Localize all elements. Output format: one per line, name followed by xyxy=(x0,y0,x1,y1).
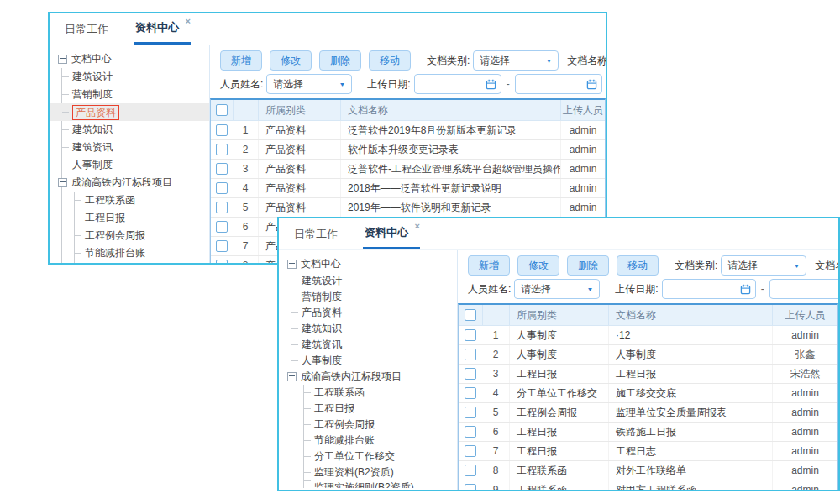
row-checkbox[interactable] xyxy=(465,426,476,438)
upload-date-end-input[interactable] xyxy=(515,74,602,94)
modify-button[interactable]: 修改 xyxy=(270,50,312,71)
close-icon[interactable]: × xyxy=(186,17,191,25)
tree-root-document-center[interactable]: 文档中心 xyxy=(287,255,454,273)
row-checkbox[interactable] xyxy=(465,387,476,399)
move-button[interactable]: 移动 xyxy=(369,50,411,71)
tree-item[interactable]: 工程日报 xyxy=(304,401,454,417)
tree-item[interactable]: 节能减排台账 xyxy=(304,433,454,449)
tree-item[interactable]: 节能减排台账 xyxy=(75,244,206,262)
upload-date-end-input[interactable] xyxy=(769,279,838,299)
uploader-column-header: 上传人员 xyxy=(560,100,605,120)
table-row[interactable]: 1 人事制度 ·12 admin xyxy=(459,326,837,345)
tab-daily-work[interactable]: 日常工作 xyxy=(292,218,339,249)
table-row[interactable]: 5 工程例会周报 监理单位安全质量周报表 admin xyxy=(459,403,837,423)
table-row[interactable]: 3 工程日报 工程日报 宋浩然 xyxy=(459,365,837,384)
date-range-separator: - xyxy=(761,283,764,295)
tree-item[interactable]: 建筑知识 xyxy=(291,321,454,337)
table-row[interactable]: 4 产品资料 2018年——泛普软件更新记录说明 admin xyxy=(211,179,605,198)
category-column-header: 所属别类 xyxy=(258,100,340,120)
row-checkbox[interactable] xyxy=(465,445,476,457)
table-row[interactable]: 2 产品资料 软件版本升级变更记录表 admin xyxy=(211,140,605,160)
row-checkbox[interactable] xyxy=(216,124,228,136)
row-checkbox[interactable] xyxy=(216,144,228,155)
table-header-row: 所属别类 文档名称 上传人员 xyxy=(459,305,837,326)
tab-label: 资料中心 xyxy=(365,225,408,240)
modify-button[interactable]: 修改 xyxy=(517,255,559,276)
tree-subroot-project[interactable]: 成渝高铁内江标段项目 xyxy=(58,174,206,192)
tree-item[interactable]: 建筑知识 xyxy=(62,121,206,139)
tree-item[interactable]: 产品资料 xyxy=(291,305,454,321)
tree-item[interactable]: 产品资料 xyxy=(50,103,209,121)
category-column-header: 所属别类 xyxy=(509,305,608,325)
table-row[interactable]: 6 工程日报 铁路施工日报 admin xyxy=(459,423,837,442)
row-checkbox[interactable] xyxy=(216,260,228,263)
tree-item[interactable]: 工程日报 xyxy=(75,209,206,227)
calendar-icon xyxy=(586,79,597,90)
tree-item[interactable]: 分工单位工作移交 xyxy=(75,262,206,263)
row-checkbox[interactable] xyxy=(465,329,476,341)
row-checkbox[interactable] xyxy=(465,484,476,490)
tree-item[interactable]: 人事制度 xyxy=(62,156,206,174)
doc-type-select[interactable]: 请选择 ▼ xyxy=(721,255,806,276)
tab-daily-work[interactable]: 日常工作 xyxy=(63,13,110,45)
table-row[interactable]: 4 分工单位工作移交 施工移交交底 admin xyxy=(459,384,837,403)
row-checkbox[interactable] xyxy=(216,240,228,252)
row-checkbox[interactable] xyxy=(216,182,228,194)
close-icon[interactable]: × xyxy=(415,222,420,230)
tree-item[interactable]: 建筑设计 xyxy=(291,273,454,289)
collapse-icon[interactable] xyxy=(58,55,67,64)
row-checkbox[interactable] xyxy=(216,163,228,175)
tree-item[interactable]: 分工单位工作移交 xyxy=(304,449,454,465)
table-row[interactable]: 9 工程联系函 对甲方工程联系函 admin xyxy=(459,480,837,490)
tab-data-center[interactable]: 资料中心 × xyxy=(363,218,420,249)
tree-item[interactable]: 工程联系函 xyxy=(304,385,454,401)
select-all-checkbox[interactable] xyxy=(465,309,476,321)
row-checkbox[interactable] xyxy=(465,407,476,418)
row-checkbox[interactable] xyxy=(465,349,476,360)
row-checkbox[interactable] xyxy=(216,202,228,213)
delete-button[interactable]: 删除 xyxy=(567,255,609,276)
uploader-column-header: 上传人员 xyxy=(772,305,837,325)
collapse-icon[interactable] xyxy=(287,372,297,381)
chevron-down-icon: ▼ xyxy=(339,81,345,87)
tree-item[interactable]: 营销制度 xyxy=(62,86,206,103)
tree-subroot-project[interactable]: 成渝高铁内江标段项目 xyxy=(287,369,454,385)
tree-item[interactable]: 营销制度 xyxy=(291,289,454,305)
document-tree-sidebar: 文档中心 建筑设计 营销制度 产品资料 建筑知识 xyxy=(279,250,458,490)
upload-date-start-input[interactable] xyxy=(414,74,501,94)
tree-root-document-center[interactable]: 文档中心 xyxy=(58,50,206,68)
add-button[interactable]: 新增 xyxy=(220,50,262,71)
tree-item[interactable]: 建筑资讯 xyxy=(291,337,454,353)
table-row[interactable]: 8 工程联系函 对外工作联络单 admin xyxy=(459,461,837,480)
table-row[interactable]: 2 人事制度 人事制度 张鑫 xyxy=(459,345,837,365)
doc-type-select[interactable]: 请选择 ▼ xyxy=(473,50,559,71)
collapse-icon[interactable] xyxy=(58,178,67,187)
move-button[interactable]: 移动 xyxy=(617,255,659,276)
tree-item[interactable]: 工程例会周报 xyxy=(75,227,206,244)
row-checkbox[interactable] xyxy=(465,465,476,476)
table-row[interactable]: 3 产品资料 泛普软件-工程企业管理系统平台超级管理员操作手册 admin xyxy=(211,160,605,179)
row-checkbox[interactable] xyxy=(216,221,228,233)
tree-item[interactable]: 工程联系函 xyxy=(75,192,206,209)
tree-item[interactable]: 建筑资讯 xyxy=(62,139,206,156)
tab-data-center[interactable]: 资料中心 × xyxy=(134,13,191,45)
person-name-select[interactable]: 请选择 ▼ xyxy=(514,279,600,299)
table-row[interactable]: 7 工程日报 工程日志 admin xyxy=(459,442,837,461)
table-row[interactable]: 5 产品资料 2019年——软件说明和更新记录 admin xyxy=(211,198,605,218)
table-row[interactable]: 1 产品资料 泛普软件2019年8月份新版本更新记录 admin xyxy=(211,121,605,140)
select-all-checkbox[interactable] xyxy=(216,104,228,116)
row-checkbox[interactable] xyxy=(465,368,476,380)
tree-item[interactable]: 监理资料(B2资质) xyxy=(304,465,454,480)
person-name-select[interactable]: 请选择 ▼ xyxy=(266,74,352,94)
tree-item[interactable]: 人事制度 xyxy=(291,353,454,369)
collapse-icon[interactable] xyxy=(287,260,297,269)
tree-item[interactable]: 工程例会周报 xyxy=(304,417,454,433)
add-button[interactable]: 新增 xyxy=(468,255,510,276)
tree-item-clipped[interactable]: 监理实施细则(B2资质) xyxy=(304,480,454,488)
calendar-icon xyxy=(740,284,751,295)
upload-date-start-input[interactable] xyxy=(662,279,756,299)
delete-button[interactable]: 删除 xyxy=(319,50,361,71)
tree-item[interactable]: 建筑设计 xyxy=(62,68,206,86)
tab-bar: 日常工作 资料中心 × xyxy=(279,218,838,250)
chevron-down-icon: ▼ xyxy=(586,286,593,292)
